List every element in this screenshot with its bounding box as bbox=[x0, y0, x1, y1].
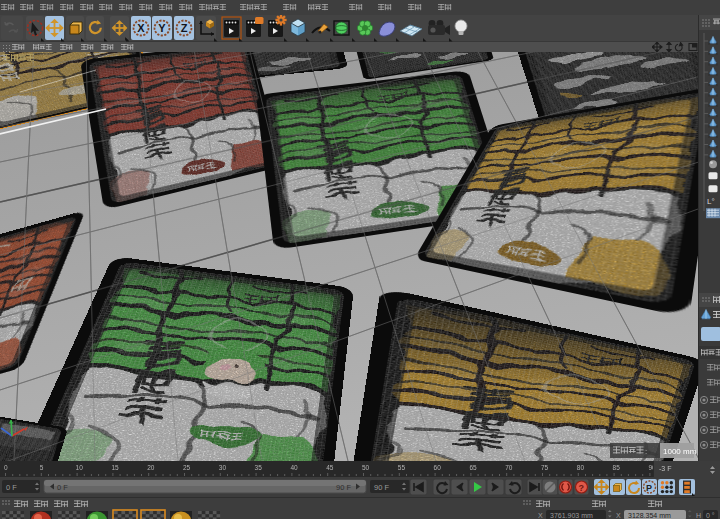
svg-text:35: 35 bbox=[255, 464, 263, 471]
svg-text:5: 5 bbox=[40, 464, 44, 471]
svg-text:10: 10 bbox=[76, 464, 84, 471]
svg-text:0 F: 0 F bbox=[57, 483, 68, 492]
svg-text:20: 20 bbox=[147, 464, 155, 471]
svg-text:0: 0 bbox=[4, 464, 8, 471]
svg-text:85: 85 bbox=[613, 464, 621, 471]
svg-text:H: H bbox=[696, 512, 701, 519]
svg-text:0 F: 0 F bbox=[6, 483, 17, 492]
svg-text:90 F: 90 F bbox=[336, 483, 351, 492]
svg-text:80: 80 bbox=[577, 464, 585, 471]
svg-text:1000 mm: 1000 mm bbox=[663, 447, 697, 456]
svg-text:?: ? bbox=[579, 483, 585, 493]
svg-text:65: 65 bbox=[469, 464, 477, 471]
svg-text:X: X bbox=[137, 22, 145, 34]
svg-text:75: 75 bbox=[541, 464, 549, 471]
svg-text:25: 25 bbox=[183, 464, 191, 471]
svg-text:X: X bbox=[616, 512, 621, 519]
svg-text:50: 50 bbox=[362, 464, 370, 471]
svg-text:3761.903 mm: 3761.903 mm bbox=[550, 512, 593, 519]
svg-text:30: 30 bbox=[219, 464, 227, 471]
svg-text:55: 55 bbox=[398, 464, 406, 471]
svg-text:L°: L° bbox=[707, 197, 715, 206]
svg-text:70: 70 bbox=[505, 464, 513, 471]
svg-text:Z: Z bbox=[181, 22, 188, 34]
svg-text:45: 45 bbox=[326, 464, 334, 471]
svg-text:Y: Y bbox=[158, 22, 166, 34]
svg-text:0 °: 0 ° bbox=[706, 512, 715, 519]
svg-text:3128.354 mm: 3128.354 mm bbox=[628, 512, 671, 519]
svg-text::: : bbox=[645, 447, 647, 456]
svg-text:X: X bbox=[538, 512, 543, 519]
svg-text:15: 15 bbox=[111, 464, 119, 471]
svg-text:90 F: 90 F bbox=[374, 483, 389, 492]
svg-text:P: P bbox=[646, 483, 652, 493]
svg-text:60: 60 bbox=[434, 464, 442, 471]
svg-text:40: 40 bbox=[290, 464, 298, 471]
